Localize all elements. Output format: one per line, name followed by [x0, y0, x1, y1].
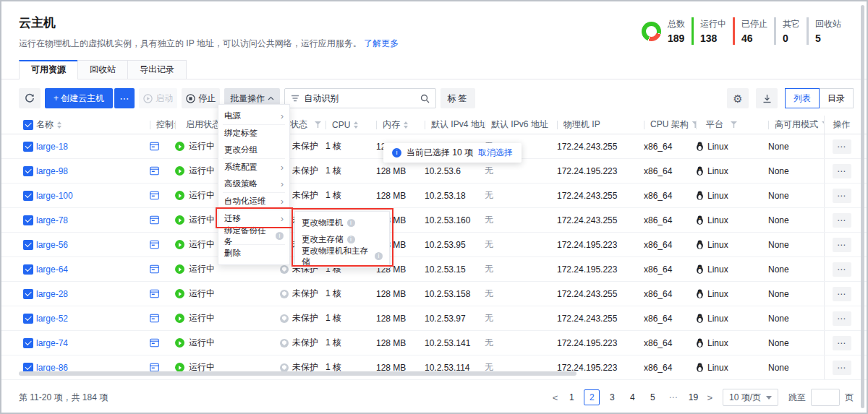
submenu-item-change-host-storage[interactable]: 更改物理机和主存储i	[295, 248, 389, 264]
filter-icon[interactable]	[315, 121, 321, 128]
console-icon[interactable]	[150, 264, 159, 274]
vm-name-link[interactable]: large-78	[36, 215, 68, 225]
row-actions-button[interactable]: ⋯	[833, 238, 851, 252]
row-actions-button[interactable]: ⋯	[833, 164, 851, 178]
vm-name-link[interactable]: large-98	[36, 166, 68, 176]
col-header-console: 控制台	[150, 116, 175, 134]
table-row: large-74 运行中 未保护 1 核 128 MB 10.2.53.141 …	[1, 331, 867, 355]
table-row: large-56 运行中 未保护 1 核 128 MB 10.2.53.95 无…	[1, 233, 867, 257]
submenu-item-label: 更改主存储	[302, 234, 344, 245]
col-header-label: 状态	[290, 118, 307, 131]
menu-item-adv-policy[interactable]: 高级策略›	[218, 176, 289, 192]
row-checkbox[interactable]	[23, 314, 33, 324]
filter-icon[interactable]	[731, 121, 737, 128]
row-checkbox[interactable]	[23, 338, 33, 348]
next-page-button[interactable]: >	[705, 392, 714, 403]
row-actions-button[interactable]: ⋯	[833, 262, 851, 277]
row-checkbox[interactable]	[23, 142, 33, 152]
row-checkbox[interactable]	[23, 215, 33, 225]
row-checkbox[interactable]	[23, 264, 33, 275]
vm-name-link[interactable]: large-64	[36, 264, 68, 275]
submenu-item-change-host[interactable]: 更改物理机i	[295, 215, 389, 231]
start-button[interactable]: 启动	[139, 88, 177, 108]
page-1[interactable]: 1	[563, 389, 579, 405]
row-checkbox[interactable]	[23, 166, 33, 176]
row-checkbox[interactable]	[23, 289, 33, 299]
select-all-checkbox[interactable]	[23, 120, 33, 130]
row-actions-button[interactable]: ⋯	[833, 311, 851, 326]
sort-icon[interactable]	[354, 119, 358, 131]
search-input[interactable]: 自动识别	[284, 88, 436, 108]
view-list-button[interactable]: 列表	[785, 88, 820, 108]
export-button[interactable]	[756, 88, 778, 108]
vm-name-link[interactable]: large-28	[36, 289, 68, 299]
console-icon[interactable]	[150, 191, 159, 200]
row-actions-button[interactable]: ⋯	[833, 361, 851, 375]
row-actions-button[interactable]: ⋯	[833, 139, 851, 154]
cancel-selection-link[interactable]: 取消选择	[478, 147, 513, 159]
col-header-name[interactable]: 名称	[36, 116, 150, 134]
view-catalog-button[interactable]: 目录	[819, 88, 854, 108]
console-icon[interactable]	[150, 338, 159, 348]
page-3[interactable]: 3	[604, 389, 620, 405]
tag-button[interactable]: 标签	[441, 88, 475, 108]
page-2[interactable]: 2	[584, 389, 600, 405]
console-icon[interactable]	[150, 215, 159, 225]
row-checkbox[interactable]	[23, 240, 33, 250]
tab-available[interactable]: 可用资源	[19, 60, 78, 79]
console-icon[interactable]	[150, 142, 159, 151]
search-icon[interactable]	[420, 94, 430, 103]
table-row: large-98 运行中 未保护 1 核 128 MB 10.2.53.6 无 …	[1, 159, 867, 184]
sort-icon[interactable]	[57, 119, 61, 131]
row-actions-button[interactable]: ⋯	[833, 287, 851, 301]
settings-button[interactable]: ⚙	[727, 88, 749, 108]
menu-item-auto-ops[interactable]: 自动化运维›	[218, 193, 289, 210]
vm-name-link[interactable]: large-74	[36, 338, 68, 348]
sort-icon[interactable]	[404, 119, 408, 131]
page-5[interactable]: 5	[644, 389, 660, 405]
col-header-mem[interactable]: 内存	[376, 116, 425, 134]
col-header-cpu[interactable]: CPU	[326, 116, 376, 134]
menu-item-label: 绑定标签	[224, 128, 258, 139]
menu-item-power[interactable]: 电源›	[218, 108, 289, 124]
tab-recycle[interactable]: 回收站	[77, 60, 128, 79]
learn-more-link[interactable]: 了解更多	[364, 38, 399, 48]
page-4[interactable]: 4	[624, 389, 640, 405]
console-icon[interactable]	[150, 166, 159, 176]
menu-item-delete[interactable]: 删除	[218, 245, 289, 262]
prev-page-button[interactable]: <	[551, 392, 560, 403]
row-actions-button[interactable]: ⋯	[833, 189, 851, 203]
row-actions-button[interactable]: ⋯	[833, 336, 851, 350]
col-header-arch[interactable]: CPU 架构	[644, 116, 696, 134]
stop-button[interactable]: 停止	[182, 88, 220, 108]
jump-page-input[interactable]	[811, 389, 840, 406]
vm-name-link[interactable]: large-52	[36, 314, 68, 324]
vm-name-link[interactable]: large-56	[36, 240, 68, 250]
tab-export[interactable]: 导出记录	[127, 60, 187, 79]
vm-name-link[interactable]: large-18	[36, 142, 68, 152]
col-header-ha[interactable]: 高可用模式	[768, 116, 824, 134]
menu-item-sys-config[interactable]: 系统配置›	[218, 159, 289, 176]
menu-item-change-group[interactable]: 更改分组	[218, 142, 289, 158]
col-header-ipv4[interactable]: 默认 IPv4 地址	[425, 116, 485, 134]
console-icon[interactable]	[150, 314, 159, 323]
col-header-hostip: 物理机 IP	[557, 116, 644, 134]
page-size-select[interactable]: 10 项/页	[723, 389, 778, 406]
row-actions-button[interactable]: ⋯	[833, 213, 851, 228]
console-icon[interactable]	[150, 240, 159, 249]
vm-name-link[interactable]: large-100	[36, 191, 73, 201]
create-vm-button[interactable]: + 创建云主机	[45, 88, 113, 108]
row-checkbox[interactable]	[23, 191, 33, 201]
console-icon[interactable]	[150, 289, 159, 298]
col-header-platform[interactable]: 平台	[696, 116, 768, 134]
menu-item-bind-backup[interactable]: 绑定备份任务i	[218, 228, 289, 244]
refresh-button[interactable]	[19, 88, 41, 108]
vertical-scrollbar[interactable]	[861, 5, 864, 408]
filter-icon[interactable]	[692, 121, 696, 128]
table-row: large-86 运行中 未保护 1 核 128 MB 10.2.53.114 …	[1, 355, 867, 380]
horizontal-scrollbar[interactable]	[19, 371, 576, 376]
create-more-button[interactable]: ⋯	[114, 88, 135, 108]
menu-item-label: 电源	[224, 111, 241, 121]
menu-item-bind-tag[interactable]: 绑定标签	[218, 125, 289, 142]
page-19[interactable]: 19	[685, 389, 701, 405]
